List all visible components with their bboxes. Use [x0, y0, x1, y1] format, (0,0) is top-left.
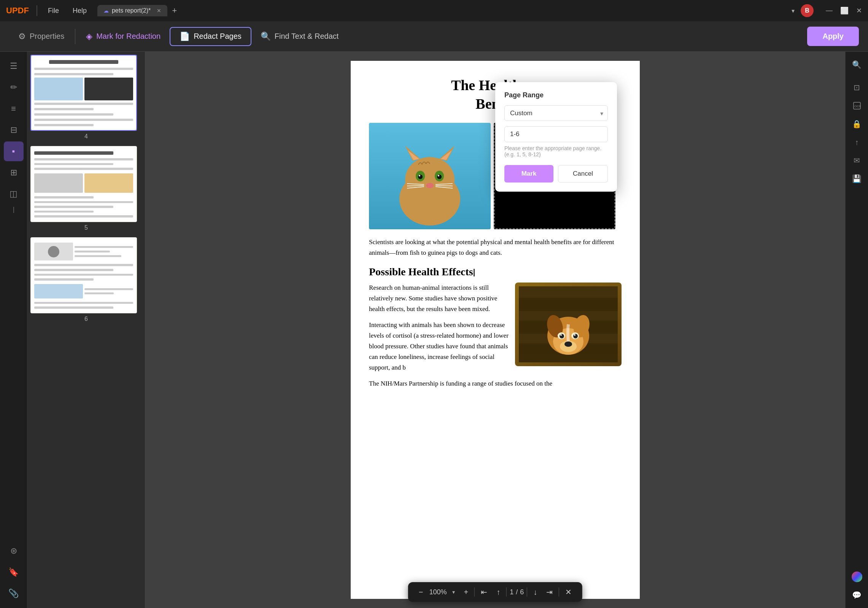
properties-icon: ⚙	[18, 32, 26, 41]
current-page: 1	[510, 588, 513, 596]
mark-redaction-button[interactable]: ◈ Mark for Redaction	[77, 28, 170, 45]
right-lock-icon[interactable]: 🔒	[849, 116, 865, 132]
popup-actions: Mark Cancel	[504, 165, 608, 183]
titlebar: UPDF File Help ☁ pets report(2)* ✕ + ▾ B…	[0, 0, 868, 21]
sidebar-collapse-handle[interactable]	[13, 207, 14, 213]
svg-point-11	[438, 175, 439, 176]
close-window-button[interactable]: ✕	[856, 6, 862, 15]
close-bottom-bar-button[interactable]: ✕	[562, 586, 575, 598]
thumb-label-5: 5	[30, 224, 142, 231]
page-range-select[interactable]: Custom	[504, 105, 608, 121]
tab-bar: ☁ pets report(2)* ✕ +	[97, 4, 787, 17]
toolbar: ⚙ Properties ◈ Mark for Redaction 📄 Reda…	[0, 21, 868, 52]
titlebar-actions: ▾ B — ⬜ ✕	[792, 4, 862, 17]
form-icon: ⊟	[10, 125, 17, 135]
layers-icon: ◫	[10, 189, 17, 199]
page-navigation: 1 / 6	[510, 588, 524, 596]
cat-svg	[377, 134, 483, 229]
body3-text: The NIH/Mars Partnership is funding a ra…	[369, 378, 622, 389]
reader-icon: ☰	[10, 61, 17, 71]
right-ocr-icon[interactable]: OCR	[849, 97, 865, 114]
page-range-input[interactable]	[504, 126, 608, 142]
right-share-icon[interactable]: ↑	[849, 134, 865, 151]
active-tab[interactable]: ☁ pets report(2)* ✕	[97, 5, 167, 16]
attachment-icon: 📎	[8, 589, 19, 598]
file-menu[interactable]: File	[45, 5, 62, 16]
last-page-button[interactable]: ⇥	[543, 586, 556, 598]
help-menu[interactable]: Help	[70, 5, 90, 16]
right-fit-page-icon[interactable]: ⊡	[849, 79, 865, 96]
nav-separator-3	[527, 587, 527, 597]
sidebar-item-form[interactable]: ⊟	[4, 120, 24, 140]
redact-pages-icon: 📄	[180, 32, 190, 41]
possible-health-effects-title: Possible Health Effects	[369, 266, 622, 278]
popup-cancel-button[interactable]: Cancel	[558, 165, 608, 183]
user-avatar[interactable]: B	[801, 4, 814, 17]
thumbnail-5[interactable]: 5	[30, 146, 142, 231]
sidebar-item-organize[interactable]: ⊞	[4, 163, 24, 183]
sidebar-item-annotation[interactable]: ✏	[4, 78, 24, 97]
logo-text: UPDF	[6, 6, 29, 16]
apply-button[interactable]: Apply	[807, 27, 859, 46]
text-cursor	[474, 269, 475, 276]
popup-title: Page Range	[504, 91, 608, 99]
nav-separator-4	[559, 587, 559, 597]
sidebar-item-bookmark[interactable]: 🔖	[4, 562, 24, 582]
find-text-redact-button[interactable]: 🔍 Find Text & Redact	[251, 28, 348, 45]
sidebar-item-layers[interactable]: ◫	[4, 184, 24, 204]
prev-page-button[interactable]: ↑	[493, 586, 503, 598]
svg-point-9	[437, 175, 442, 179]
add-tab-button[interactable]: +	[169, 4, 180, 17]
stacks-icon: ⊛	[10, 546, 17, 556]
svg-point-10	[419, 175, 420, 176]
sidebar-item-stacks[interactable]: ⊛	[4, 541, 24, 561]
zoom-dropdown-button[interactable]: ▾	[449, 587, 458, 597]
right-chat-icon[interactable]: 💬	[849, 587, 865, 603]
cloud-icon: ☁	[103, 8, 109, 14]
sidebar-item-reader[interactable]: ☰	[4, 56, 24, 76]
cat-photo	[369, 123, 491, 229]
right-database-icon[interactable]: 💾	[849, 170, 865, 187]
dropdown-button[interactable]: ▾	[792, 7, 795, 14]
sidebar-item-list[interactable]: ≡	[4, 99, 24, 119]
first-page-button[interactable]: ⇤	[478, 586, 490, 598]
popup-hint: Please enter the appropriate page range.…	[504, 145, 608, 157]
svg-point-36	[560, 334, 562, 336]
zoom-level: 100%	[429, 588, 447, 596]
svg-marker-5	[440, 150, 452, 160]
titlebar-divider	[37, 5, 37, 16]
svg-marker-4	[408, 150, 419, 160]
properties-button[interactable]: ⚙ Properties	[9, 28, 73, 45]
ocr-svg-icon: OCR	[852, 101, 862, 110]
maximize-button[interactable]: ⬜	[840, 6, 849, 15]
svg-point-8	[418, 175, 423, 179]
svg-point-12	[426, 183, 434, 188]
thumbnail-6[interactable]: 6	[30, 237, 142, 322]
redact-pages-button[interactable]: 📄 Redact Pages	[170, 27, 251, 46]
right-sidebar: 🔍 ⊡ OCR 🔒 ↑ ✉ 💾 💬	[845, 52, 868, 608]
thumbnail-4[interactable]: 4	[30, 55, 142, 140]
thumb-img-6	[30, 237, 137, 313]
content-area: The Health an Benefi	[145, 52, 845, 608]
popup-mark-button[interactable]: Mark	[504, 165, 553, 183]
left-sidebar: ☰ ✏ ≡ ⊟ ▪ ⊞ ◫ ⊛ 🔖 📎	[0, 52, 27, 608]
right-stamp-icon[interactable]: ✉	[849, 152, 865, 169]
minimize-button[interactable]: —	[826, 6, 833, 15]
zoom-display: 100% ▾	[429, 587, 458, 597]
mark-redaction-icon: ◈	[86, 32, 92, 41]
right-color-icon[interactable]	[849, 568, 865, 585]
section1-text: Scientists are looking at what the poten…	[369, 237, 622, 258]
nav-separator-1	[474, 587, 475, 597]
sidebar-item-redact[interactable]: ▪	[4, 141, 24, 161]
sidebar-item-attachment[interactable]: 📎	[4, 584, 24, 603]
right-search-icon[interactable]: 🔍	[849, 56, 865, 73]
tab-close-button[interactable]: ✕	[157, 8, 161, 14]
dog-photo	[515, 283, 622, 366]
zoom-out-button[interactable]: −	[416, 586, 426, 598]
find-icon: 🔍	[261, 32, 271, 41]
zoom-in-button[interactable]: +	[461, 586, 472, 598]
main-layout: ☰ ✏ ≡ ⊟ ▪ ⊞ ◫ ⊛ 🔖 📎	[0, 52, 868, 608]
properties-label: Properties	[30, 32, 64, 41]
app-logo: UPDF	[6, 6, 29, 16]
next-page-button[interactable]: ↓	[530, 586, 540, 598]
